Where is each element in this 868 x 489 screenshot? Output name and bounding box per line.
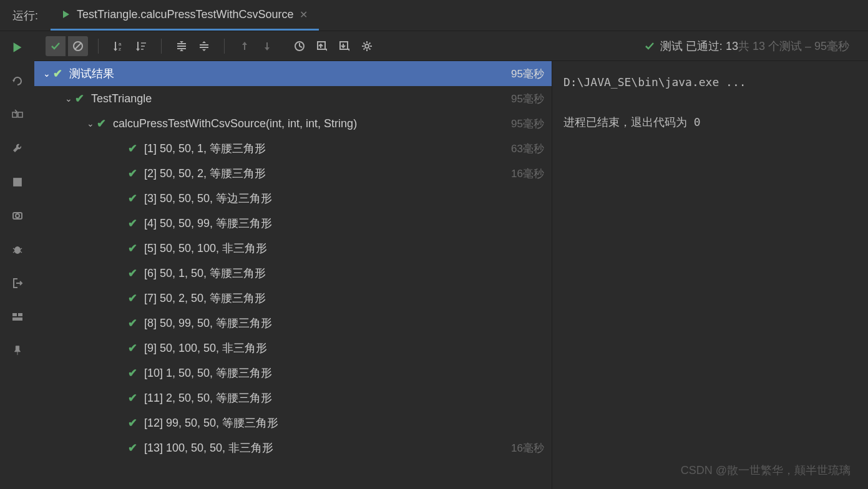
svg-marker-30 xyxy=(180,41,183,43)
dump-icon[interactable] xyxy=(10,208,25,223)
tree-test-item[interactable]: ✔[12] 99, 50, 50, 等腰三角形 xyxy=(34,410,552,435)
svg-rect-15 xyxy=(12,317,22,321)
left-gutter xyxy=(0,31,34,489)
check-icon: ✔ xyxy=(128,142,144,155)
check-icon: ✔ xyxy=(128,316,144,330)
run-tab[interactable]: TestTriangle.calcuPressTestWithCsvSource… xyxy=(51,0,319,31)
sort-duration-button[interactable] xyxy=(131,36,151,56)
svg-marker-23 xyxy=(136,49,140,51)
check-icon: ✔ xyxy=(128,441,144,455)
check-icon: ✔ xyxy=(128,341,144,355)
tree-test-time: 63毫秒 xyxy=(511,142,544,156)
test-history-button[interactable] xyxy=(290,36,310,56)
check-icon: ✔ xyxy=(128,391,144,405)
layout-icon[interactable] xyxy=(10,309,25,324)
close-icon[interactable]: ✕ xyxy=(300,9,308,21)
tree-test-item[interactable]: ✔[7] 50, 2, 50, 等腰三角形 xyxy=(34,286,552,311)
show-ignored-button[interactable] xyxy=(68,36,88,56)
check-icon xyxy=(644,41,655,52)
check-icon: ✔ xyxy=(75,92,91,105)
console-output[interactable]: D:\JAVA_SE\bin\java.exe ... 进程已结束，退出代码为 … xyxy=(552,61,868,489)
check-icon: ✔ xyxy=(128,241,144,255)
test-tree[interactable]: ⌄ ✔ 测试结果 95毫秒 ⌄ ✔ TestTriangle 95毫秒 ⌄ ✔ … xyxy=(34,61,552,489)
svg-marker-34 xyxy=(202,41,206,43)
tree-test-item[interactable]: ✔[5] 50, 50, 100, 非三角形 xyxy=(34,236,552,261)
import-tests-button[interactable] xyxy=(312,36,332,56)
check-icon: ✔ xyxy=(128,266,144,280)
svg-line-12 xyxy=(20,251,22,253)
settings-button[interactable] xyxy=(357,36,377,56)
chevron-down-icon[interactable]: ⌄ xyxy=(84,119,97,128)
show-passed-button[interactable] xyxy=(46,36,66,56)
wrench-icon[interactable] xyxy=(10,141,25,156)
tree-root[interactable]: ⌄ ✔ 测试结果 95毫秒 xyxy=(34,61,552,86)
svg-line-17 xyxy=(75,43,81,49)
tree-test-label: [11] 2, 50, 50, 等腰三角形 xyxy=(144,390,544,405)
svg-marker-19 xyxy=(114,49,117,51)
tree-class[interactable]: ⌄ ✔ TestTriangle 95毫秒 xyxy=(34,86,552,111)
tree-test-item[interactable]: ✔[13] 100, 50, 50, 非三角形16毫秒 xyxy=(34,435,552,460)
svg-text:z: z xyxy=(119,46,121,52)
svg-point-47 xyxy=(365,44,369,48)
collapse-all-button[interactable] xyxy=(194,36,214,56)
tree-test-item[interactable]: ✔[2] 50, 50, 2, 等腰三角形16毫秒 xyxy=(34,161,552,186)
rerun-failed-button[interactable] xyxy=(10,74,25,89)
bug-icon[interactable] xyxy=(10,242,25,257)
tree-test-item[interactable]: ✔[1] 50, 50, 1, 等腰三角形63毫秒 xyxy=(34,136,552,161)
tree-test-label: [9] 50, 100, 50, 非三角形 xyxy=(144,341,544,356)
console-line: D:\JAVA_SE\bin\java.exe ... xyxy=(563,71,857,94)
check-icon: ✔ xyxy=(128,291,144,305)
tree-test-label: [7] 50, 2, 50, 等腰三角形 xyxy=(144,291,544,306)
test-status: 测试 已通过: 13共 13 个测试 – 95毫秒 xyxy=(644,39,862,54)
tree-test-item[interactable]: ✔[4] 50, 50, 99, 等腰三角形 xyxy=(34,211,552,236)
stop-button[interactable] xyxy=(10,175,25,190)
check-icon: ✔ xyxy=(128,366,144,380)
tree-test-label: [12] 99, 50, 50, 等腰三角形 xyxy=(144,415,544,430)
check-icon: ✔ xyxy=(128,216,144,230)
tree-test-item[interactable]: ✔[11] 2, 50, 50, 等腰三角形 xyxy=(34,385,552,410)
tree-test-label: [2] 50, 50, 2, 等腰三角形 xyxy=(144,166,511,181)
rerun-button[interactable] xyxy=(10,40,25,55)
check-icon: ✔ xyxy=(97,117,113,130)
svg-marker-0 xyxy=(63,11,69,18)
tree-method[interactable]: ⌄ ✔ calcuPressTestWithCsvSource(int, int… xyxy=(34,111,552,136)
tree-test-item[interactable]: ✔[9] 50, 100, 50, 非三角形 xyxy=(34,336,552,361)
tree-test-label: [3] 50, 50, 50, 等边三角形 xyxy=(144,191,544,206)
console-line: 进程已结束，退出代码为 0 xyxy=(563,111,857,133)
tree-test-label: [8] 50, 99, 50, 等腰三角形 xyxy=(144,316,544,331)
tree-test-item[interactable]: ✔[10] 1, 50, 50, 等腰三角形 xyxy=(34,361,552,385)
run-tab-icon xyxy=(62,10,71,19)
check-icon: ✔ xyxy=(128,167,144,180)
pin-icon[interactable] xyxy=(10,343,25,358)
tree-test-label: [1] 50, 50, 1, 等腰三角形 xyxy=(144,141,511,156)
svg-rect-4 xyxy=(18,112,22,117)
svg-point-7 xyxy=(16,214,19,218)
tree-test-label: [6] 50, 1, 50, 等腰三角形 xyxy=(144,266,544,281)
tree-test-label: [13] 100, 50, 50, 非三角形 xyxy=(144,440,511,455)
tree-test-label: [5] 50, 50, 100, 非三角形 xyxy=(144,241,544,256)
tree-test-item[interactable]: ✔[3] 50, 50, 50, 等边三角形 xyxy=(34,186,552,211)
svg-rect-13 xyxy=(12,313,17,316)
svg-marker-39 xyxy=(265,47,270,51)
sort-alpha-button[interactable]: az xyxy=(109,36,129,56)
prev-failed-button[interactable] xyxy=(235,36,255,56)
next-failed-button[interactable] xyxy=(257,36,277,56)
svg-point-8 xyxy=(14,246,21,254)
svg-line-11 xyxy=(13,251,15,253)
expand-all-button[interactable] xyxy=(172,36,192,56)
svg-marker-1 xyxy=(13,42,21,52)
tree-test-label: [10] 1, 50, 50, 等腰三角形 xyxy=(144,366,544,380)
svg-rect-3 xyxy=(12,112,17,117)
chevron-down-icon[interactable]: ⌄ xyxy=(41,69,53,79)
svg-marker-31 xyxy=(180,49,183,51)
tree-test-item[interactable]: ✔[8] 50, 99, 50, 等腰三角形 xyxy=(34,311,552,336)
export-tests-button[interactable] xyxy=(334,36,354,56)
watermark: CSDN @散一世繁华，颠半世琉璃 xyxy=(681,463,851,478)
svg-line-42 xyxy=(300,46,302,47)
tree-test-time: 16毫秒 xyxy=(511,441,544,455)
svg-marker-2 xyxy=(12,80,15,82)
toggle-auto-test-button[interactable] xyxy=(10,107,25,122)
tree-test-item[interactable]: ✔[6] 50, 1, 50, 等腰三角形 xyxy=(34,261,552,286)
exit-icon[interactable] xyxy=(10,276,25,291)
chevron-down-icon[interactable]: ⌄ xyxy=(62,94,75,104)
